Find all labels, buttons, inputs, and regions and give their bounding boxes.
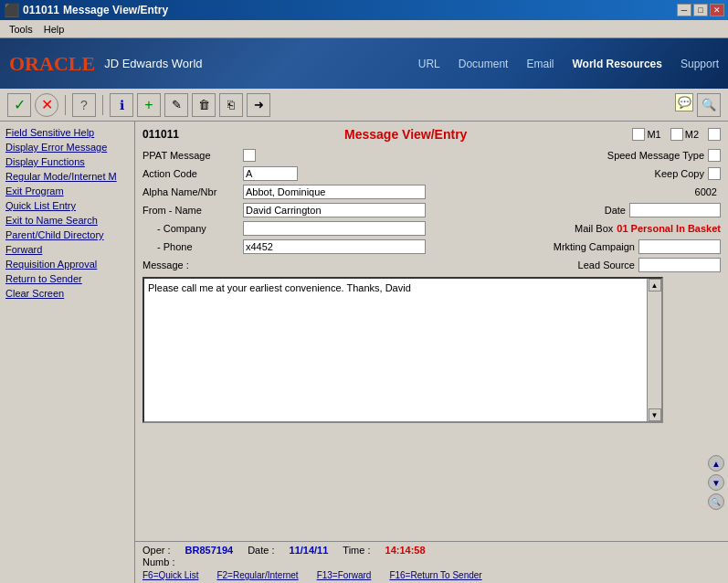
message-icon[interactable]: 💬 xyxy=(675,93,693,111)
keep-copy-label: Keep Copy xyxy=(655,168,704,179)
from-name-row: From - Name Date xyxy=(142,202,721,218)
ppat-row: PPAT Message Speed Message Type xyxy=(142,147,721,164)
scroll-up-button[interactable]: ▲ xyxy=(649,279,661,292)
sidebar-item-return-to-sender[interactable]: Return to Sender xyxy=(0,271,134,286)
nav-url[interactable]: URL xyxy=(418,58,440,70)
form-title: Message View/Entry xyxy=(179,127,632,142)
add-button[interactable]: + xyxy=(137,93,161,117)
company-row: - Company Mail Box 01 Personal In Basket xyxy=(142,220,721,237)
nav-email[interactable]: Email xyxy=(526,58,554,70)
status-bar: Oper : BR857194 Date : 11/14/11 Time : 1… xyxy=(135,541,728,583)
message-area: Please call me at your earliest convenie… xyxy=(142,277,721,423)
oper-label: Oper : xyxy=(142,545,171,556)
lead-source-label: Lead Source xyxy=(578,260,635,270)
message-textarea-wrapper: Please call me at your earliest convenie… xyxy=(142,277,663,423)
sidebar-item-exit-program[interactable]: Exit Program xyxy=(0,184,134,198)
menu-bar: Tools Help xyxy=(0,20,728,38)
ppat-checkbox[interactable] xyxy=(243,149,256,162)
delete-button[interactable]: 🗑 xyxy=(192,93,216,117)
form-id: 011011 xyxy=(142,128,179,141)
sidebar-item-display-functions[interactable]: Display Functions xyxy=(0,154,134,169)
date-label: Date xyxy=(605,205,626,216)
close-button[interactable]: ✕ xyxy=(710,4,724,16)
sidebar-item-requisition-approval[interactable]: Requisition Approval xyxy=(0,257,134,271)
sidebar-item-exit-name-search[interactable]: Exit to Name Search xyxy=(0,213,134,228)
phone-row: - Phone Mrkting Campaign xyxy=(142,238,721,255)
alpha-input[interactable] xyxy=(243,185,426,199)
nav-document[interactable]: Document xyxy=(459,58,509,70)
info-button[interactable]: ℹ xyxy=(110,93,133,117)
fkey-f2[interactable]: F2=Regular/Internet xyxy=(216,570,298,580)
menu-help[interactable]: Help xyxy=(38,22,70,37)
oper-value: BR857194 xyxy=(185,545,234,556)
fkey-f13[interactable]: F13=Forward xyxy=(317,570,372,580)
keep-copy-checkbox[interactable] xyxy=(708,167,721,180)
cancel-button[interactable]: ✕ xyxy=(35,93,58,117)
toolbar-separator-1 xyxy=(65,95,66,115)
message-textarea[interactable]: Please call me at your earliest convenie… xyxy=(144,279,647,421)
mailbox-value: 01 Personal In Basket xyxy=(617,223,721,234)
sidebar-item-quick-list[interactable]: Quick List Entry xyxy=(0,198,134,213)
main-layout: Field Sensitive Help Display Error Messa… xyxy=(0,122,728,583)
speed-msg-label: Speed Message Type xyxy=(607,150,704,161)
speed-msg-checkbox[interactable] xyxy=(708,149,721,162)
m2-label: M2 xyxy=(685,129,699,140)
search-button[interactable]: 🔍 xyxy=(697,93,721,117)
sidebar-item-display-error-message[interactable]: Display Error Message xyxy=(0,140,134,154)
sidebar-item-forward[interactable]: Forward xyxy=(0,242,134,257)
lead-source-input[interactable] xyxy=(638,258,721,272)
message-label: Message : xyxy=(142,260,243,270)
title-bar-id: 011011 xyxy=(23,4,59,16)
status-row-numb: Numb : xyxy=(142,556,721,567)
company-label: - Company xyxy=(142,223,243,234)
check-button[interactable]: ✓ xyxy=(7,93,31,117)
nav-world-resources[interactable]: World Resources xyxy=(572,58,661,70)
alpha-label: Alpha Name/Nbr xyxy=(142,186,243,197)
date-input[interactable] xyxy=(629,203,721,217)
minimize-button[interactable]: ─ xyxy=(677,4,691,16)
status-row-1: Oper : BR857194 Date : 11/14/11 Time : 1… xyxy=(142,545,721,556)
help-button[interactable]: ? xyxy=(72,93,96,117)
m1-label: M1 xyxy=(647,129,660,140)
phone-label: - Phone xyxy=(142,241,243,252)
right-nav-buttons: ▲ ▼ 🔍 xyxy=(708,455,724,510)
action-row: Action Code Keep Copy xyxy=(142,165,721,182)
action-input[interactable] xyxy=(243,166,298,181)
oracle-logo: ORACLE xyxy=(9,52,95,76)
mailbox-label: Mail Box xyxy=(575,223,613,234)
extra-checkbox[interactable] xyxy=(708,128,721,141)
nav-zoom-button[interactable]: 🔍 xyxy=(708,493,724,510)
sidebar: Field Sensitive Help Display Error Messa… xyxy=(0,122,135,583)
alpha-row: Alpha Name/Nbr 6002 xyxy=(142,184,721,200)
sidebar-item-regular-mode[interactable]: Regular Mode/Internet M xyxy=(0,169,134,184)
fkey-f16[interactable]: F16=Return To Sender xyxy=(389,570,481,580)
numb-label: Numb : xyxy=(142,556,174,567)
m1-checkbox[interactable]: M1 xyxy=(632,128,660,141)
sidebar-item-field-sensitive-help[interactable]: Field Sensitive Help xyxy=(0,125,134,140)
message-label-row: Message : Lead Source xyxy=(142,257,721,273)
sidebar-item-clear-screen[interactable]: Clear Screen xyxy=(0,286,134,301)
nav-up-button[interactable]: ▲ xyxy=(708,455,724,472)
scroll-down-button[interactable]: ▼ xyxy=(649,408,661,421)
nav-support[interactable]: Support xyxy=(681,58,719,70)
time-value-status: 14:14:58 xyxy=(385,545,426,556)
m2-checkbox[interactable]: M2 xyxy=(670,128,699,141)
fkey-f6[interactable]: F6=Quick List xyxy=(142,570,198,580)
maximize-button[interactable]: □ xyxy=(693,4,708,16)
fkey-bar: F6=Quick List F2=Regular/Internet F13=Fo… xyxy=(142,568,721,580)
copy-button[interactable]: ⎗ xyxy=(219,93,243,117)
toolbar-separator-2 xyxy=(102,95,103,115)
forward-button[interactable]: ➜ xyxy=(247,93,270,117)
mrkting-input[interactable] xyxy=(638,239,721,254)
mrkting-label: Mrkting Campaign xyxy=(554,241,635,252)
menu-tools[interactable]: Tools xyxy=(4,22,38,37)
from-name-input[interactable] xyxy=(243,203,426,217)
alpha-num: 6002 xyxy=(695,186,717,197)
phone-input[interactable] xyxy=(243,239,426,254)
message-scrollbar[interactable]: ▲ ▼ xyxy=(647,279,661,421)
company-input[interactable] xyxy=(243,221,426,236)
nav-down-button[interactable]: ▼ xyxy=(708,474,724,491)
edit-button[interactable]: ✎ xyxy=(164,93,188,117)
ppat-label: PPAT Message xyxy=(142,150,243,161)
sidebar-item-parent-child[interactable]: Parent/Child Directory xyxy=(0,228,134,242)
